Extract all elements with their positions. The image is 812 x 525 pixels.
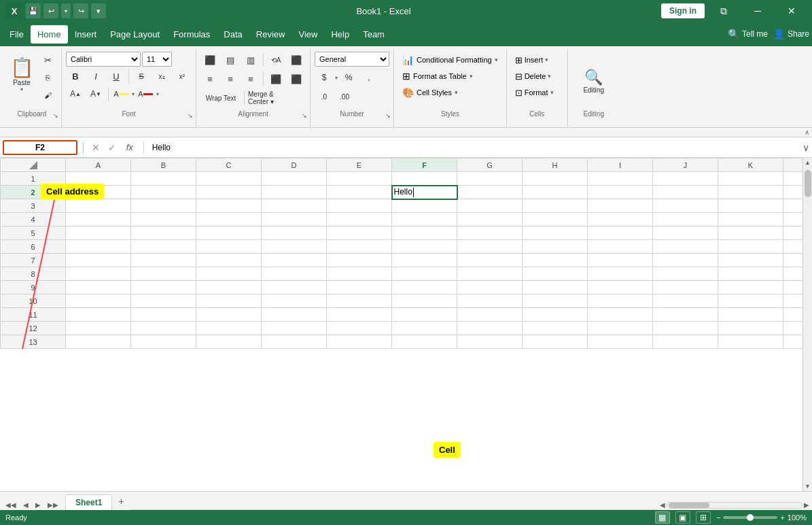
cell-I6[interactable] [588, 240, 653, 254]
sign-in-button[interactable]: Sign in [661, 3, 705, 18]
redo-icon[interactable]: ↪ [73, 3, 88, 18]
font-name-select[interactable]: Calibri [66, 52, 141, 67]
comma-button[interactable]: , [359, 69, 378, 86]
cell-K5[interactable] [718, 226, 783, 240]
cell-L8[interactable] [783, 267, 803, 281]
cell-B4[interactable] [131, 213, 196, 226]
cell-H13[interactable] [523, 335, 588, 349]
cut-button[interactable]: ✂ [38, 52, 57, 68]
cell-L3[interactable] [783, 199, 803, 213]
scroll-down-btn[interactable]: ▼ [803, 481, 812, 491]
next-sheet-btn[interactable]: ▶ [33, 500, 43, 510]
cell-E2[interactable] [327, 186, 392, 199]
cell-I12[interactable] [588, 322, 653, 335]
cell-K10[interactable] [718, 294, 783, 308]
cell-G10[interactable] [457, 294, 523, 308]
cell-J12[interactable] [653, 322, 718, 335]
cell-F10[interactable] [392, 294, 457, 308]
col-header-D[interactable]: D [262, 158, 327, 172]
font-color-button[interactable]: A [136, 86, 155, 102]
align-right-button[interactable]: ≡ [241, 71, 260, 87]
cell-C8[interactable] [196, 267, 262, 281]
alignment-expand[interactable]: ↘ [302, 112, 307, 119]
cell-B11[interactable] [131, 308, 196, 322]
cell-E5[interactable] [327, 226, 392, 240]
row-header-6[interactable]: 6 [1, 240, 66, 254]
cell-H4[interactable] [523, 213, 588, 226]
cell-A7[interactable] [66, 254, 131, 267]
close-button[interactable]: ✕ [777, 0, 807, 22]
page-break-button[interactable]: ⊞ [696, 511, 711, 524]
strikethrough-button[interactable]: S [132, 68, 151, 84]
add-sheet-button[interactable]: + [113, 494, 128, 509]
col-header-I[interactable]: I [588, 158, 653, 172]
cell-I13[interactable] [588, 335, 653, 349]
cell-J1[interactable] [653, 172, 718, 186]
cell-C11[interactable] [196, 308, 262, 322]
percent-button[interactable]: % [339, 69, 358, 86]
cell-I2[interactable] [588, 186, 653, 199]
undo-icon[interactable]: ↩ [43, 3, 58, 18]
cell-L5[interactable] [783, 226, 803, 240]
cell-H7[interactable] [523, 254, 588, 267]
decrease-decimal-button[interactable]: .0 [315, 88, 334, 105]
currency-dropdown[interactable]: ▾ [335, 75, 338, 81]
row-header-3[interactable]: 3 [1, 199, 66, 213]
cell-J3[interactable] [653, 199, 718, 213]
cell-K6[interactable] [718, 240, 783, 254]
cell-F5[interactable] [392, 226, 457, 240]
cell-K4[interactable] [718, 213, 783, 226]
cell-A8[interactable] [66, 267, 131, 281]
cell-H9[interactable] [523, 281, 588, 294]
align-left-button[interactable]: ≡ [200, 71, 219, 87]
normal-view-button[interactable]: ▦ [655, 511, 670, 524]
cell-K9[interactable] [718, 281, 783, 294]
cell-L4[interactable] [783, 213, 803, 226]
menu-data[interactable]: Data [217, 25, 249, 44]
decrease-indent-button[interactable]: ⬛ [266, 71, 285, 87]
cell-I1[interactable] [588, 172, 653, 186]
middle-align-button[interactable]: ▤ [221, 52, 240, 68]
cell-A9[interactable] [66, 281, 131, 294]
row-header-4[interactable]: 4 [1, 213, 66, 226]
cell-B8[interactable] [131, 267, 196, 281]
indent-button[interactable]: ⬛ [287, 52, 306, 68]
cell-I4[interactable] [588, 213, 653, 226]
cell-I11[interactable] [588, 308, 653, 322]
conditional-formatting-button[interactable]: 📊 Conditional Formatting ▾ [398, 52, 502, 68]
cell-L9[interactable] [783, 281, 803, 294]
menu-help[interactable]: Help [324, 25, 356, 44]
row-header-5[interactable]: 5 [1, 226, 66, 240]
cell-D11[interactable] [262, 308, 327, 322]
cell-D2[interactable] [262, 186, 327, 199]
formula-cancel-icon[interactable]: ✕ [89, 142, 103, 153]
cell-J9[interactable] [653, 281, 718, 294]
cell-A10[interactable] [66, 294, 131, 308]
cell-H2[interactable] [523, 186, 588, 199]
cell-C12[interactable] [196, 322, 262, 335]
cell-D1[interactable] [262, 172, 327, 186]
insert-button[interactable]: ⊞ Insert ▾ [511, 52, 563, 68]
font-size-select[interactable]: 11 [142, 52, 172, 67]
cell-C2[interactable] [196, 186, 262, 199]
cell-G13[interactable] [457, 335, 523, 349]
decrease-font-button[interactable]: A▼ [86, 86, 105, 102]
cell-G6[interactable] [457, 240, 523, 254]
name-box[interactable] [3, 140, 77, 155]
cell-E12[interactable] [327, 322, 392, 335]
cell-A12[interactable] [66, 322, 131, 335]
cell-C5[interactable] [196, 226, 262, 240]
row-header-7[interactable]: 7 [1, 254, 66, 267]
bottom-align-button[interactable]: ▥ [241, 52, 260, 68]
more-icon[interactable]: ▾ [91, 3, 106, 18]
row-header-12[interactable]: 12 [1, 322, 66, 335]
cell-K12[interactable] [718, 322, 783, 335]
restore-button[interactable]: ⧉ [709, 0, 739, 22]
cell-I10[interactable] [588, 294, 653, 308]
top-align-button[interactable]: ⬛ [200, 52, 219, 68]
menu-home[interactable]: Home [31, 25, 68, 44]
cell-E4[interactable] [327, 213, 392, 226]
menu-page-layout[interactable]: Page Layout [103, 25, 166, 44]
cell-I7[interactable] [588, 254, 653, 267]
cell-H8[interactable] [523, 267, 588, 281]
